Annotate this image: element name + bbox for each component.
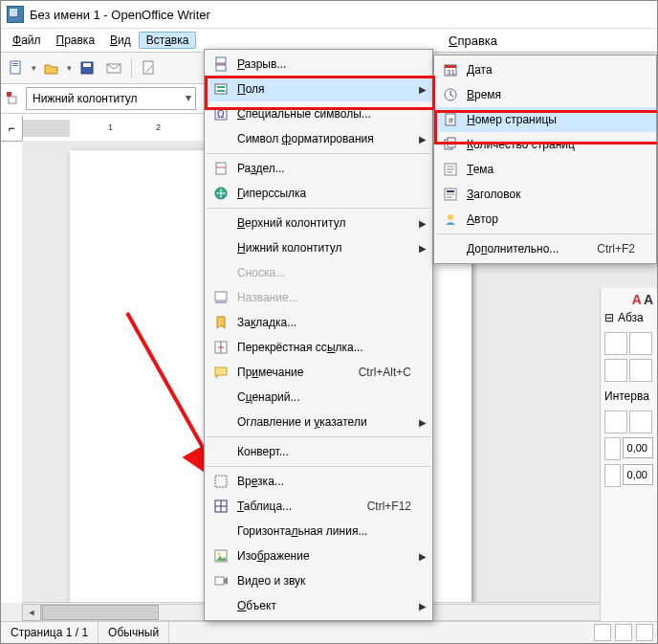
status-icon-2[interactable] <box>615 624 632 641</box>
pagenum-icon: # <box>438 107 463 132</box>
menu-file[interactable]: Файл <box>5 32 49 49</box>
svg-rect-13 <box>215 84 227 94</box>
blank <box>208 211 233 235</box>
insert-item-hrule-label: Горизонтальная линия... <box>233 524 411 538</box>
svg-rect-11 <box>216 65 226 71</box>
svg-rect-32 <box>215 577 224 585</box>
styles-button[interactable] <box>5 90 20 108</box>
insert-item-hyperlink-label: Гиперссылка <box>233 187 411 200</box>
sidebar-interval-label: Интерва <box>604 386 653 407</box>
fields-item-other[interactable]: Дополнительно...Ctrl+F2 <box>434 236 656 261</box>
scroll-thumb[interactable] <box>42 605 159 620</box>
insert-item-envelope[interactable]: Конверт... <box>205 439 432 464</box>
bullets-button[interactable] <box>604 359 627 382</box>
insert-item-object[interactable]: Объект▶ <box>205 593 432 618</box>
menu-help[interactable]: Справка <box>449 33 497 48</box>
insert-item-image-label: Изображение <box>233 549 411 563</box>
sidebar-properties: A A ⊟ Абза Интерва 0,00 0,00 <box>600 288 657 622</box>
email-button[interactable] <box>102 56 125 79</box>
scroll-left-button[interactable]: ◄ <box>22 604 41 621</box>
indent-input[interactable]: 0,00 <box>623 437 653 458</box>
fields-item-author[interactable]: Автор <box>434 207 656 232</box>
insert-item-footnote-label: Сноска... <box>233 266 411 279</box>
statusbar: Страница 1 / 1 Обычный <box>1 621 657 643</box>
increase-spacing-button[interactable] <box>604 411 627 433</box>
status-icon-3[interactable] <box>636 624 653 641</box>
blank <box>208 126 233 151</box>
insert-item-script[interactable]: Сценарий... <box>205 385 432 410</box>
insert-item-fields[interactable]: Поля▶ <box>205 77 432 101</box>
insert-item-comment[interactable]: ПримечаниеCtrl+Alt+C <box>205 360 432 385</box>
app-window: Без имени 1 - OpenOffice Writer Файл Пра… <box>0 0 658 644</box>
menu-view[interactable]: Вид <box>102 32 139 49</box>
char-color-a-icon[interactable]: A <box>632 292 642 307</box>
insert-item-header[interactable]: Верхний колонтитул▶ <box>205 211 432 235</box>
tab-stop-corner[interactable]: ⌐ <box>1 116 23 142</box>
svg-rect-21 <box>215 292 227 300</box>
svg-rect-10 <box>216 57 226 63</box>
fields-item-pagenum[interactable]: #Номер страницы <box>434 107 656 132</box>
paragraph-style-combo[interactable]: Нижний колонтитул <box>26 87 196 110</box>
svg-rect-7 <box>7 92 11 97</box>
blank <box>208 439 233 464</box>
insert-item-caption: Название... <box>205 285 432 310</box>
svg-rect-15 <box>217 90 225 92</box>
svg-rect-25 <box>215 367 227 375</box>
insert-item-frame-label: Врезка... <box>233 475 411 488</box>
insert-item-crossref-label: Перекрёстная ссылка... <box>233 341 411 354</box>
submenu-arrow-icon: ▶ <box>419 243 427 254</box>
fields-item-other-shortcut: Ctrl+F2 <box>580 242 635 255</box>
section-collapse-icon[interactable]: ⊟ <box>604 311 614 324</box>
insert-item-special[interactable]: ΩСпециальные символы... <box>205 101 432 126</box>
svg-rect-1 <box>12 63 18 64</box>
insert-item-table[interactable]: Таблица...Ctrl+F12 <box>205 494 432 519</box>
new-doc-button[interactable] <box>5 56 28 79</box>
status-icon-1[interactable] <box>594 624 611 641</box>
insert-item-break[interactable]: Разрыв... <box>205 52 432 77</box>
decrease-spacing-button[interactable] <box>629 411 652 433</box>
menu-insert[interactable]: Вставка <box>139 32 197 49</box>
align-left-button[interactable] <box>604 332 627 355</box>
char-highlight-a-icon[interactable]: A <box>644 292 653 307</box>
svg-rect-6 <box>143 61 153 74</box>
insert-item-media-label: Видео и звук <box>233 574 411 588</box>
fields-item-other-label: Дополнительно... <box>463 242 580 255</box>
align-center-button[interactable] <box>629 332 652 355</box>
insert-item-footer[interactable]: Нижний колонтитул▶ <box>205 235 432 260</box>
sidebar-paragraph-section[interactable]: ⊟ Абза <box>604 307 653 328</box>
pagecount-icon: # <box>438 132 463 157</box>
save-button[interactable] <box>76 56 99 79</box>
fields-item-date[interactable]: 31Дата <box>434 57 656 82</box>
status-style[interactable]: Обычный <box>99 622 169 643</box>
vertical-ruler[interactable]: ⌐ <box>1 141 23 603</box>
insert-item-bookmark[interactable]: Закладка... <box>205 310 432 335</box>
insert-item-separator <box>207 466 430 467</box>
edit-doc-button[interactable] <box>138 56 161 79</box>
status-page[interactable]: Страница 1 / 1 <box>1 622 99 643</box>
insert-item-indexes[interactable]: Оглавление и указатели▶ <box>205 410 432 434</box>
insert-item-comment-label: Примечание <box>233 366 341 379</box>
fields-item-time-label: Время <box>463 88 635 101</box>
svg-rect-4 <box>83 63 91 67</box>
insert-item-frame[interactable]: Врезка... <box>205 469 432 494</box>
submenu-arrow-icon: ▶ <box>419 601 427 611</box>
fields-item-title[interactable]: Заголовок <box>434 182 656 207</box>
fields-item-pagecount[interactable]: #Количество страниц <box>434 132 656 157</box>
menu-edit[interactable]: Правка <box>49 32 103 49</box>
fields-item-time[interactable]: Время <box>434 82 656 107</box>
paragraph-style-value: Нижний колонтитул <box>33 92 138 105</box>
insert-item-hrule[interactable]: Горизонтальная линия... <box>205 519 432 544</box>
insert-item-section[interactable]: Раздел... <box>205 156 432 181</box>
page-break-icon <box>208 52 233 77</box>
fields-item-subject[interactable]: Тема <box>434 157 656 182</box>
insert-item-media[interactable]: Видео и звук <box>205 568 432 593</box>
insert-item-hyperlink[interactable]: Гиперссылка <box>205 181 432 206</box>
table-icon <box>208 494 233 519</box>
svg-text:#: # <box>450 139 454 147</box>
open-button[interactable] <box>40 56 63 79</box>
insert-item-image[interactable]: Изображение▶ <box>205 544 432 568</box>
insert-item-crossref[interactable]: Перекрёстная ссылка... <box>205 335 432 360</box>
numbering-button[interactable] <box>629 359 652 382</box>
spacing-input[interactable]: 0,00 <box>623 464 653 485</box>
insert-item-formatting[interactable]: Символ форматирования▶ <box>205 126 432 151</box>
